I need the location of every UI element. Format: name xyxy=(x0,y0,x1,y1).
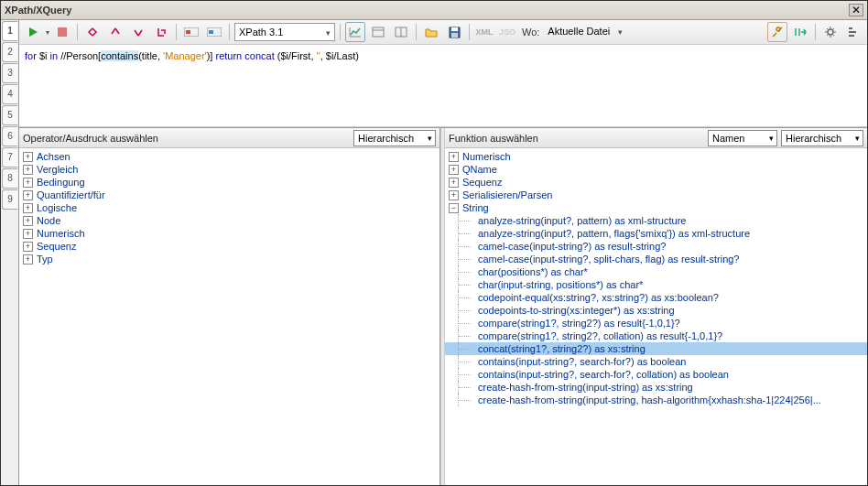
operator-cat[interactable]: +Bedingung xyxy=(19,176,439,189)
function-panel-title: Funktion auswählen xyxy=(449,133,704,144)
eq-icon[interactable] xyxy=(843,22,863,42)
operator-cat[interactable]: +Vergleich xyxy=(19,163,439,176)
expand-icon[interactable]: + xyxy=(23,216,33,226)
expand-icon[interactable]: + xyxy=(23,254,33,265)
version-combo[interactable]: XPath 3.1 xyxy=(234,23,335,41)
operator-cat[interactable]: +Node xyxy=(19,214,439,227)
tab-1[interactable]: 1 xyxy=(2,21,18,41)
expand-icon[interactable]: + xyxy=(23,152,33,162)
step-icon[interactable] xyxy=(790,22,810,42)
tab-8[interactable]: 8 xyxy=(2,168,18,189)
tab-3[interactable]: 3 xyxy=(2,63,18,83)
box-red-icon[interactable] xyxy=(181,22,201,42)
svg-rect-5 xyxy=(209,30,213,34)
operator-panel: Operator/Ausdruck auswählen Hierarchisch… xyxy=(19,128,440,485)
function-item[interactable]: char(input-string, positions*) as char* xyxy=(445,278,867,291)
expand-icon[interactable]: + xyxy=(449,165,459,175)
expand-icon[interactable]: + xyxy=(23,229,33,239)
svg-point-13 xyxy=(828,29,833,35)
titlebar: XPath/XQuery ✕ xyxy=(1,1,867,20)
operator-cat[interactable]: +Typ xyxy=(19,253,439,265)
expand-icon[interactable]: + xyxy=(449,178,459,188)
tab-9[interactable]: 9 xyxy=(2,189,18,210)
function-cat[interactable]: +Numerisch xyxy=(445,150,867,163)
expand-icon[interactable]: + xyxy=(23,165,33,175)
box-blue-icon[interactable] xyxy=(204,22,224,42)
tab-2[interactable]: 2 xyxy=(2,42,18,62)
function-item[interactable]: analyze-string(input?, pattern, flags{'s… xyxy=(445,227,867,240)
window-title: XPath/XQuery xyxy=(5,5,849,16)
function-cat[interactable]: +QName xyxy=(445,163,867,176)
jso-icon[interactable]: JSO xyxy=(497,22,517,42)
nav-up-icon[interactable] xyxy=(105,22,125,42)
function-cat[interactable]: −String xyxy=(445,201,867,214)
svg-rect-3 xyxy=(186,30,190,34)
expand-icon[interactable]: + xyxy=(23,203,33,213)
function-item[interactable]: compare(string1?, string2?, collation) a… xyxy=(445,329,867,342)
expand-icon[interactable]: + xyxy=(23,242,33,252)
nav-down-icon[interactable] xyxy=(128,22,148,42)
tab-6[interactable]: 6 xyxy=(2,126,18,146)
function-item[interactable]: camel-case(input-string?, split-chars, f… xyxy=(445,253,867,265)
operator-cat[interactable]: +Achsen xyxy=(19,150,439,163)
tab-4[interactable]: 4 xyxy=(2,84,18,104)
function-panel: Funktion auswählen Namen Hierarchisch +N… xyxy=(445,128,867,485)
expand-icon[interactable]: + xyxy=(449,152,459,162)
toolbar: ▾ XPath 3.1 XML JSO Wo: Aktuelle Datei xyxy=(19,20,867,45)
operator-mode-combo[interactable]: Hierarchisch xyxy=(353,130,436,146)
function-item[interactable]: char(positions*) as char* xyxy=(445,265,867,278)
svg-rect-6 xyxy=(373,27,384,37)
close-button[interactable]: ✕ xyxy=(849,4,863,16)
nav-export-icon[interactable] xyxy=(151,22,171,42)
function-item[interactable]: compare(string1?, string2?) as result{-1… xyxy=(445,317,867,329)
operator-cat[interactable]: +Sequenz xyxy=(19,240,439,253)
function-mode-combo[interactable]: Hierarchisch xyxy=(781,130,863,146)
folder-icon[interactable] xyxy=(421,22,441,42)
function-item[interactable]: create-hash-from-string(input-string, ha… xyxy=(445,394,867,406)
operator-tree[interactable]: +Achsen+Vergleich+Bedingung+Quantifizier… xyxy=(19,148,439,485)
svg-rect-12 xyxy=(451,33,458,38)
svg-rect-1 xyxy=(58,27,67,37)
save-icon[interactable] xyxy=(444,22,464,42)
vertical-tabs: 123456789 xyxy=(1,20,19,485)
function-sort-combo[interactable]: Namen xyxy=(708,130,777,146)
stop-button[interactable] xyxy=(52,22,72,42)
function-item[interactable]: concat(string1?, string2?) as xs:string xyxy=(445,342,867,355)
layout2-icon[interactable] xyxy=(391,22,411,42)
wo-label: Wo: xyxy=(520,27,541,38)
chart-icon[interactable] xyxy=(345,22,365,42)
wo-combo[interactable]: Aktuelle Datei xyxy=(544,23,626,41)
operator-cat[interactable]: +Logische xyxy=(19,201,439,214)
function-item[interactable]: codepoint-equal(xs:string?, xs:string?) … xyxy=(445,291,867,304)
gear-icon[interactable] xyxy=(820,22,841,42)
expand-icon[interactable]: + xyxy=(23,190,33,200)
function-item[interactable]: analyze-string(input?, pattern) as xml-s… xyxy=(445,214,867,227)
expand-icon[interactable]: − xyxy=(449,203,459,213)
expand-icon[interactable]: + xyxy=(449,190,459,200)
function-cat[interactable]: +Serialisieren/Parsen xyxy=(445,189,867,201)
function-item[interactable]: codepoints-to-string(xs:integer*) as xs:… xyxy=(445,304,867,317)
tools-icon[interactable] xyxy=(767,22,787,42)
run-button[interactable] xyxy=(23,22,43,42)
function-item[interactable]: contains(input-string?, search-for?, col… xyxy=(445,368,867,381)
svg-marker-0 xyxy=(29,27,38,37)
layout1-icon[interactable] xyxy=(368,22,388,42)
function-item[interactable]: create-hash-from-string(input-string) as… xyxy=(445,381,867,394)
function-item[interactable]: camel-case(input-string?) as result-stri… xyxy=(445,240,867,253)
tab-7[interactable]: 7 xyxy=(2,147,18,167)
operator-panel-title: Operator/Ausdruck auswählen xyxy=(23,133,350,144)
function-item[interactable]: contains(input-string?, search-for?) as … xyxy=(445,355,867,368)
operator-cat[interactable]: +Quantifiziert/für xyxy=(19,189,439,201)
function-cat[interactable]: +Sequenz xyxy=(445,176,867,189)
operator-cat[interactable]: +Numerisch xyxy=(19,227,439,240)
code-editor[interactable]: for $i in //Person[contains(title, 'Mana… xyxy=(19,45,867,127)
xml-icon[interactable]: XML xyxy=(474,22,494,42)
function-tree[interactable]: +Numerisch+QName+Sequenz+Serialisieren/P… xyxy=(445,148,867,485)
tab-5[interactable]: 5 xyxy=(2,105,18,125)
nav-prev-icon[interactable] xyxy=(82,22,103,42)
expand-icon[interactable]: + xyxy=(23,178,33,188)
svg-rect-11 xyxy=(451,27,458,31)
